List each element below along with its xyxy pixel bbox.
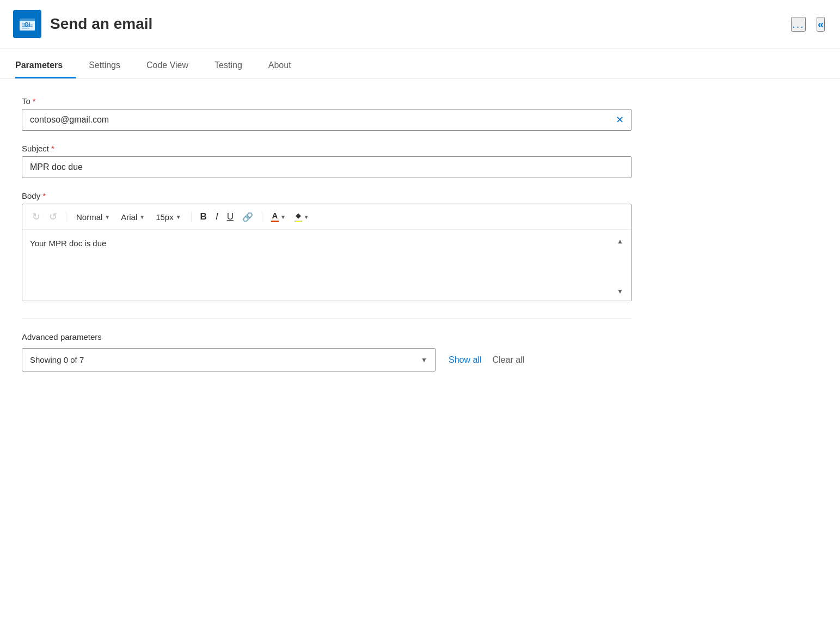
app-icon: Ol: [13, 10, 41, 38]
advanced-parameters-section: Advanced parameters Showing 0 of 7 ▼ Sho…: [22, 332, 631, 371]
subject-input[interactable]: [22, 156, 631, 178]
highlight-icon: ◆: [295, 211, 302, 222]
scroll-down-icon[interactable]: ▼: [617, 288, 623, 295]
font-color-chevron-icon: ▼: [280, 214, 286, 220]
advanced-row: Showing 0 of 7 ▼ Show all Clear all: [22, 348, 631, 371]
tab-code-view[interactable]: Code View: [133, 53, 201, 78]
more-options-button[interactable]: ...: [791, 17, 806, 32]
to-clear-icon[interactable]: ✕: [616, 114, 624, 126]
highlight-chevron-icon: ▼: [304, 214, 309, 220]
main-content: To * ✕ Subject * Body * ↻: [0, 79, 653, 402]
to-required: *: [33, 96, 36, 106]
tab-settings[interactable]: Settings: [76, 53, 133, 78]
style-chevron-icon: ▼: [105, 214, 110, 220]
font-color-icon: A: [271, 211, 279, 222]
body-label: Body *: [22, 191, 631, 200]
to-input-wrapper: ✕: [22, 109, 631, 131]
page-title: Send an email: [50, 15, 152, 33]
font-chevron-icon: ▼: [139, 214, 145, 220]
section-divider: [22, 319, 631, 319]
tab-parameters[interactable]: Parameters: [15, 53, 76, 78]
svg-rect-7: [22, 28, 29, 29]
scroll-up-icon[interactable]: ▲: [617, 237, 623, 245]
clear-all-button[interactable]: Clear all: [492, 355, 524, 365]
editor-content[interactable]: Your MPR doc is due ▲ ▼: [22, 230, 631, 301]
to-input[interactable]: [22, 109, 631, 131]
undo-button[interactable]: ↻: [29, 209, 44, 225]
tab-bar: Parameters Settings Code View Testing Ab…: [0, 53, 840, 79]
font-color-button[interactable]: A ▼: [268, 209, 289, 224]
italic-button[interactable]: I: [212, 209, 222, 224]
to-field-group: To * ✕: [22, 96, 631, 131]
advanced-select-wrapper: Showing 0 of 7 ▼: [22, 348, 436, 371]
size-chevron-icon: ▼: [176, 214, 181, 220]
subject-label: Subject *: [22, 144, 631, 153]
size-dropdown[interactable]: 15px ▼: [151, 210, 185, 224]
link-icon: 🔗: [242, 212, 253, 222]
tab-testing[interactable]: Testing: [201, 53, 255, 78]
tab-about[interactable]: About: [255, 53, 304, 78]
toolbar-separator-2: [191, 211, 192, 222]
redo-button[interactable]: ↺: [46, 209, 60, 225]
link-button[interactable]: 🔗: [239, 210, 256, 224]
editor-toolbar: ↻ ↺ Normal ▼ Arial ▼ 15px ▼: [22, 204, 631, 230]
font-dropdown[interactable]: Arial ▼: [117, 210, 149, 224]
highlight-button[interactable]: ◆ ▼: [291, 209, 312, 224]
advanced-label: Advanced parameters: [22, 332, 631, 342]
toolbar-separator-3: [262, 211, 262, 222]
svg-rect-2: [20, 19, 35, 21]
toolbar-separator-1: [66, 211, 66, 222]
highlight-bar: [295, 221, 302, 222]
subject-field-group: Subject *: [22, 144, 631, 178]
svg-rect-6: [22, 26, 33, 27]
body-editor: ↻ ↺ Normal ▼ Arial ▼ 15px ▼: [22, 204, 631, 301]
collapse-button[interactable]: «: [817, 17, 825, 32]
subject-input-wrapper: [22, 156, 631, 178]
header-right: ... «: [791, 17, 825, 32]
style-dropdown[interactable]: Normal ▼: [72, 210, 114, 224]
subject-required: *: [51, 144, 54, 153]
header: Ol Send an email ... «: [0, 0, 840, 48]
font-color-bar: [271, 221, 279, 222]
header-left: Ol Send an email: [13, 10, 152, 38]
advanced-actions: Show all Clear all: [449, 355, 524, 365]
show-all-button[interactable]: Show all: [449, 355, 481, 365]
body-required: *: [42, 191, 46, 200]
advanced-parameters-select[interactable]: Showing 0 of 7: [22, 349, 435, 371]
svg-rect-5: [22, 25, 33, 26]
underline-button[interactable]: U: [224, 209, 237, 224]
to-label: To *: [22, 96, 631, 106]
body-field-group: Body * ↻ ↺ Normal ▼ Arial ▼: [22, 191, 631, 301]
bold-button[interactable]: B: [197, 209, 210, 224]
svg-rect-4: [22, 23, 26, 24]
